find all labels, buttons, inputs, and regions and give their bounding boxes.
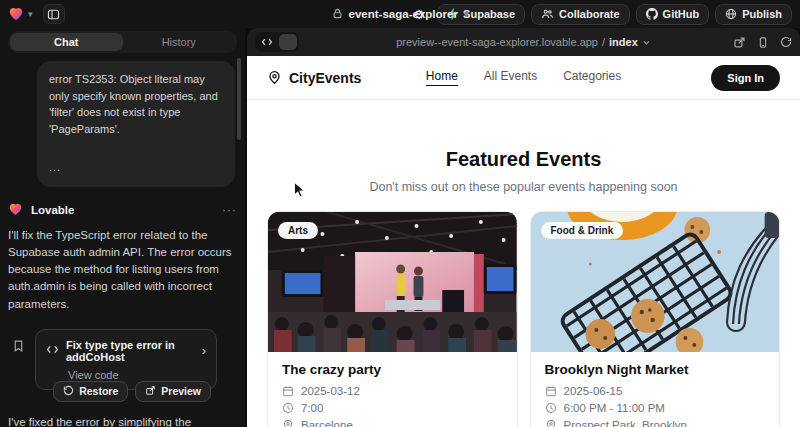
featured-events-title: Featured Events	[247, 148, 800, 171]
chat-history-tabs: Chat History	[8, 31, 237, 53]
code-change-title: Fix type type error in addCoHost	[66, 339, 195, 363]
publish-button[interactable]: Publish	[715, 4, 792, 25]
code-toggle-icon	[257, 34, 277, 50]
message-menu-dots-icon[interactable]: ···	[222, 203, 237, 217]
restore-button[interactable]: Restore	[53, 381, 128, 402]
toggle-sidebar-button[interactable]	[43, 4, 65, 24]
url-separator: /	[602, 36, 605, 48]
settings-gear-icon[interactable]: ⚙	[407, 4, 431, 25]
lovable-logo-icon[interactable]	[8, 6, 24, 22]
supabase-bolt-icon	[447, 8, 458, 20]
event-category-badge: Food & Drink	[541, 222, 624, 239]
chat-scrollbar[interactable]	[237, 58, 241, 140]
location-pin-icon	[282, 419, 294, 427]
url-page: index	[609, 36, 638, 48]
event-image-cookies: Food & Drink	[531, 212, 780, 352]
assistant-message-2: I've fixed the error by simplifying the …	[8, 414, 237, 427]
event-time: 7:00	[301, 402, 323, 414]
event-category-badge: Arts	[278, 222, 318, 239]
user-message-ellipsis: ...	[49, 159, 223, 176]
mobile-view-icon[interactable]	[757, 36, 769, 49]
refresh-icon[interactable]	[780, 36, 792, 48]
event-title: The crazy party	[282, 362, 503, 377]
clock-icon	[545, 402, 557, 414]
url-chevron-down-icon	[642, 38, 651, 47]
tab-chat[interactable]: Chat	[10, 33, 123, 51]
code-preview-toggle[interactable]	[255, 32, 299, 52]
workspace-chevron-down-icon[interactable]: ▾	[28, 10, 33, 19]
url-host: preview--event-saga-explorer.lovable.app	[396, 36, 598, 48]
event-title: Brooklyn Night Market	[545, 362, 766, 377]
collaborate-button[interactable]: Collaborate	[531, 4, 630, 25]
nav-home[interactable]: Home	[426, 69, 458, 86]
event-card-arts[interactable]: Arts The crazy party 2025-03-12 7:00 Bar…	[267, 211, 518, 427]
event-date: 2025-03-12	[301, 385, 360, 397]
user-message-text: error TS2353: Object literal may only sp…	[49, 73, 218, 135]
preview-url-bar[interactable]: preview--event-saga-explorer.lovable.app…	[247, 36, 800, 48]
lovable-avatar-icon	[8, 202, 24, 218]
toggle-knob	[279, 34, 297, 50]
event-location: Prospect Park, Brooklyn	[564, 419, 687, 427]
restore-icon	[63, 385, 74, 398]
assistant-name: Lovable	[31, 204, 215, 216]
user-message-bubble: error TS2353: Object literal may only sp…	[37, 61, 235, 187]
preview-toolbar: preview--event-saga-explorer.lovable.app…	[247, 28, 800, 56]
event-card-food-drink[interactable]: Food & Drink Brooklyn Night Market 2025-…	[530, 211, 781, 427]
code-icon	[46, 344, 59, 357]
nav-categories[interactable]: Categories	[563, 69, 621, 86]
bookmark-icon[interactable]	[12, 339, 25, 357]
site-preview: CityEvents Home All Events Categories Si…	[247, 56, 800, 427]
view-code-link[interactable]: View code	[68, 369, 206, 381]
calendar-icon	[545, 385, 557, 397]
assistant-message-1: I'll fix the TypeScript error related to…	[8, 227, 237, 313]
event-time: 6:00 PM - 11:00 PM	[564, 402, 665, 414]
clock-icon	[282, 402, 294, 414]
lovable-window: ▾ event-saga-explorer ▾ ⚙ Supabase Colla…	[0, 0, 800, 427]
location-pin-icon	[545, 419, 557, 427]
github-icon	[646, 8, 658, 20]
open-in-new-tab-icon[interactable]	[733, 36, 746, 49]
event-image-party: Arts	[268, 212, 517, 352]
nav-all-events[interactable]: All Events	[484, 69, 537, 86]
site-header: CityEvents Home All Events Categories Si…	[247, 56, 800, 100]
event-date: 2025-06-15	[564, 385, 623, 397]
tab-history[interactable]: History	[123, 33, 236, 51]
chevron-right-icon: ›	[202, 343, 206, 358]
github-button[interactable]: GitHub	[636, 4, 710, 25]
sign-in-button[interactable]: Sign In	[711, 65, 780, 91]
event-location: Barcelone	[301, 419, 353, 427]
globe-icon	[725, 8, 737, 20]
external-link-icon	[145, 385, 156, 398]
featured-events-subtitle: Don't miss out on these popular events h…	[247, 180, 800, 194]
preview-panel: preview--event-saga-explorer.lovable.app…	[247, 28, 800, 427]
supabase-button[interactable]: Supabase	[437, 4, 525, 25]
lock-icon	[332, 8, 343, 21]
top-bar: ▾ event-saga-explorer ▾ ⚙ Supabase Colla…	[0, 0, 800, 28]
calendar-icon	[282, 385, 294, 397]
preview-version-button[interactable]: Preview	[135, 381, 211, 402]
people-icon	[541, 8, 554, 20]
chat-panel: Chat History error TS2353: Object litera…	[0, 28, 245, 427]
